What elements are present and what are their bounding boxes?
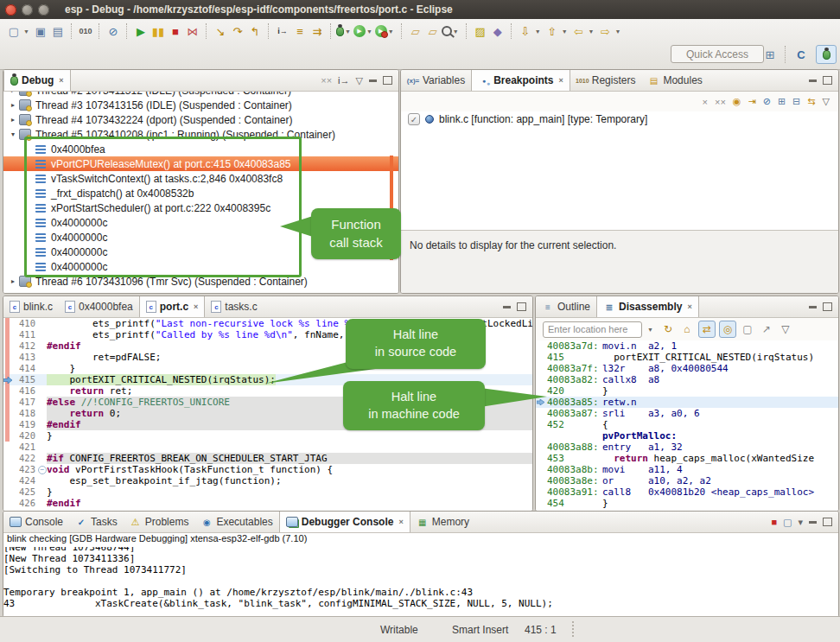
chevron-right-icon[interactable]: ▸ — [9, 92, 17, 94]
top-right-tab-modules[interactable]: Modules — [641, 70, 708, 91]
close-tab-icon[interactable]: × — [687, 302, 691, 311]
bottom-tab-problems[interactable]: Problems — [124, 512, 195, 532]
editor-tab-blink-c[interactable]: blink.c — [3, 296, 59, 317]
minimize-view-icon[interactable] — [503, 306, 511, 308]
window-minimize-button[interactable] — [22, 4, 33, 16]
next-annotation-icon[interactable]: ⇧ — [544, 22, 560, 40]
debug-thread-row[interactable]: ▾Thread #5 1073410208 (ipc1 : Running) (… — [3, 127, 398, 142]
expand-all-icon[interactable]: ⊞ — [778, 96, 786, 107]
console-menu-icon[interactable]: ▾ — [798, 517, 803, 528]
disassembly-line[interactable]: 40083a8e:or a10, a2, a2 — [536, 475, 838, 486]
minimize-view-icon[interactable] — [809, 521, 817, 524]
step-return-icon[interactable]: ↰ — [247, 22, 263, 40]
disassembly-listing[interactable]: 40083a7d:movi.n a2, 1415 portEXIT_CRITIC… — [536, 340, 838, 511]
terminate-icon[interactable]: ■ — [771, 517, 777, 527]
search-dropdown-icon[interactable]: ▼ — [453, 29, 459, 35]
disassembly-line[interactable]: 452{ — [536, 419, 838, 430]
external-tools-icon[interactable]: ▶ — [375, 25, 387, 37]
instruction-stepping-mode-icon[interactable]: i→ — [338, 75, 349, 86]
editor-tab-port-c[interactable]: port.c× — [139, 296, 206, 317]
stack-frame-row[interactable]: 0x4000000c — [3, 259, 398, 274]
home-icon[interactable]: ⌂ — [679, 321, 695, 337]
show-breakpoints-for-icon[interactable]: ◉ — [733, 96, 741, 107]
code-line-425[interactable]: 425} — [3, 486, 532, 498]
view-menu-icon[interactable]: ▽ — [778, 321, 793, 337]
maximize-view-icon[interactable] — [383, 76, 392, 85]
back-icon[interactable]: ⇦ — [571, 22, 587, 40]
debug-thread-row[interactable]: ▸Thread #3 1073413156 (IDLE) (Suspended … — [3, 98, 398, 112]
disassembly-line[interactable]: 40083a85:retw.n — [536, 397, 838, 408]
disassembly-line[interactable]: 453 return heap_caps_malloc(xWantedSize — [536, 453, 838, 464]
bottom-tab-tasks[interactable]: Tasks — [69, 512, 124, 532]
stack-frame-row[interactable]: _frxt_dispatch() at 0x4008532b — [3, 186, 398, 200]
chevron-right-icon[interactable]: ▸ — [9, 101, 17, 109]
open-console-icon[interactable]: ◆ — [490, 22, 506, 40]
goto-breakpoint-file-icon[interactable]: ⇥ — [748, 96, 755, 107]
fold-marker-icon[interactable]: − — [38, 466, 47, 474]
step-into-icon[interactable]: ↘ — [213, 22, 228, 40]
disassembly-line[interactable]: 40083a8b:movi a11, 4 — [536, 464, 838, 475]
bottom-tab-debugger-console[interactable]: Debugger Console× — [279, 512, 410, 532]
resume-icon[interactable]: ▶ — [133, 22, 149, 40]
stack-frame-row[interactable]: vTaskSwitchContext() at tasks.c:2,846 0x… — [3, 171, 398, 186]
editor-tab-tasks-c[interactable]: tasks.c — [205, 296, 263, 317]
debug-icon[interactable] — [336, 27, 344, 36]
skip-all-breakpoints-icon[interactable]: ⊘ — [763, 96, 771, 107]
maximize-view-icon[interactable] — [823, 76, 832, 85]
debug-thread-row[interactable]: ▸Thread #6 1073431096 (Tmr Svc) (Suspend… — [3, 274, 398, 289]
forward-dropdown-icon[interactable]: ▼ — [615, 29, 621, 35]
debug-thread-row[interactable]: ▸Thread #2 1073411312 (IDLE) (Suspended … — [3, 92, 398, 98]
close-tab-icon[interactable]: × — [59, 76, 63, 85]
disassembly-line[interactable]: 420} — [536, 385, 838, 397]
chevron-right-icon[interactable]: ▸ — [9, 116, 17, 124]
save-icon[interactable]: ▣ — [33, 22, 48, 40]
link-with-debug-icon[interactable]: ⇆ — [807, 96, 815, 107]
code-line-422[interactable]: 422#if CONFIG_FREERTOS_BREAK_ON_SCHEDULE… — [3, 453, 532, 464]
top-right-tab-breakpoints[interactable]: Breakpoints× — [471, 70, 570, 91]
code-line-423[interactable]: 423−void vPortFirstTaskHook(TaskFunction… — [3, 464, 532, 475]
disassembly-line[interactable]: 40083a82:callx8 a8 — [536, 374, 838, 385]
breakpoint-checkbox[interactable]: ✓ — [408, 113, 420, 125]
maximize-view-icon[interactable] — [517, 302, 526, 311]
disassembly-line[interactable]: 40083a87:srli a3, a0, 6 — [536, 408, 838, 419]
code-line-421[interactable]: 421 — [3, 442, 532, 453]
show-source-icon[interactable]: ≡ — [292, 22, 308, 40]
next-annotation-dropdown-icon[interactable]: ▼ — [562, 29, 568, 35]
bottom-tab-console[interactable]: Console — [3, 512, 69, 532]
search-icon[interactable] — [442, 26, 452, 36]
new-dropdown-icon[interactable]: ▼ — [23, 29, 29, 35]
quick-access-field[interactable]: Quick Access — [671, 45, 764, 63]
disassembly-line[interactable]: 40083a91:call8 0x40081b20 <heap_caps_mal… — [536, 486, 838, 498]
debug-thread-row[interactable]: ▸Thread #4 1073432224 (dport) (Suspended… — [3, 112, 398, 127]
run-icon[interactable]: ▶ — [353, 25, 366, 37]
debug-launch-tree[interactable]: ▸Thread #2 1073411312 (IDLE) (Suspended … — [3, 92, 398, 293]
last-edit-location-dropdown-icon[interactable]: ▼ — [535, 29, 541, 35]
disassembly-line[interactable]: 454} — [536, 498, 838, 509]
disassembly-line[interactable]: pvPortMalloc: — [536, 430, 838, 442]
minimize-view-icon[interactable] — [809, 79, 817, 82]
open-type-icon[interactable]: ▱ — [408, 22, 423, 40]
code-line-420[interactable]: 420} — [3, 430, 532, 442]
new-view-icon[interactable]: ▢ — [740, 321, 755, 337]
suspend-icon[interactable]: ▮▮ — [150, 22, 166, 40]
minimize-view-icon[interactable] — [809, 306, 817, 308]
close-tab-icon[interactable]: × — [559, 76, 563, 85]
run-dropdown-icon[interactable]: ▼ — [366, 29, 372, 35]
bottom-tab-memory[interactable]: Memory — [410, 512, 475, 532]
disconnect-icon[interactable]: ⋈ — [185, 22, 200, 40]
code-line-424[interactable]: 424 esp_set_breakpoint_if_jtag(function)… — [3, 475, 532, 486]
external-tools-dropdown-icon[interactable]: ▼ — [388, 29, 394, 35]
disassembly-line[interactable]: 40083a7d:movi.n a2, 1 — [536, 340, 838, 352]
view-menu-icon[interactable]: ▽ — [823, 96, 830, 107]
disassembly-line[interactable]: 415 portEXIT_CRITICAL_NESTED(irqStatus) — [536, 352, 838, 363]
debug-perspective-icon[interactable] — [816, 45, 837, 64]
disassembly-line[interactable]: 40083a88:entry a1, 32 — [536, 442, 838, 453]
console-output[interactable]: [New Thread 1073468744] [New Thread 1073… — [3, 547, 838, 617]
step-filters-icon[interactable]: ⇉ — [309, 22, 325, 40]
breakpoints-list[interactable]: ✓blink.c [function: app_main] [type: Tem… — [401, 111, 838, 230]
pin-view-icon[interactable]: ↗ — [759, 321, 774, 337]
code-line-426[interactable]: 426#endif — [3, 498, 532, 509]
cpp-perspective-icon[interactable]: C — [792, 46, 811, 63]
stack-frame-row[interactable]: 0x4000bfea — [3, 142, 398, 156]
close-tab-icon[interactable]: × — [398, 518, 403, 526]
